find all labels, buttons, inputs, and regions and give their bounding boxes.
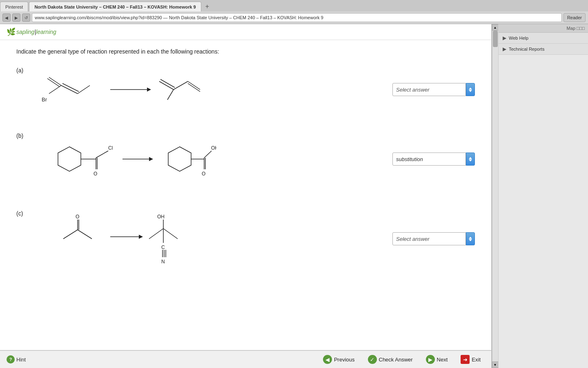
content-area: 🌿 sapling|learning Indicate the general … (0, 24, 492, 368)
svg-text:N: N (161, 259, 165, 265)
select-box-b[interactable]: substitution (392, 153, 466, 166)
answer-dropdown-c[interactable]: Select answer (392, 232, 475, 245)
tab-active[interactable]: North Dakota State University – CHEM 240… (29, 2, 201, 11)
svg-text:Br: Br (42, 96, 47, 103)
nav-back[interactable]: ◀ (2, 13, 11, 22)
exit-icon: ➜ (461, 355, 470, 364)
reaction-svg-b: O Cl O (29, 128, 216, 190)
check-icon: ✓ (368, 355, 377, 364)
arrow-up-icon-b (469, 157, 472, 159)
svg-text:Cl: Cl (108, 145, 113, 151)
svg-text:C: C (161, 245, 165, 250)
scroll-thumb[interactable] (493, 31, 498, 47)
sidebar-item-web-help[interactable]: ▶ Web Help (499, 33, 588, 44)
arrow-down-icon-c (469, 239, 472, 241)
part-label-a: (a) (16, 63, 29, 74)
scroll-down-button[interactable]: ▼ (492, 361, 499, 368)
chevron-right-icon-web-help: ▶ (503, 35, 506, 41)
previous-button[interactable]: ◀ Previous (319, 353, 359, 366)
svg-line-40 (149, 229, 163, 239)
sidebar-top: Map □□□ (499, 24, 588, 33)
browser-chrome: Pinterest North Dakota State University … (0, 0, 588, 24)
answer-dropdown-b[interactable]: substitution (392, 153, 475, 166)
reaction-svg-a: Br (29, 63, 208, 116)
svg-text:OH: OH (157, 214, 165, 220)
exit-button[interactable]: ➜ Exit (457, 353, 485, 366)
select-box-a[interactable]: Select answer (392, 83, 466, 96)
svg-marker-37 (139, 235, 143, 239)
svg-line-3 (47, 79, 60, 87)
arrow-up-icon-c (469, 237, 472, 239)
sidebar-item-technical-reports[interactable]: ▶ Technical Reports (499, 44, 588, 55)
svg-text:O: O (94, 171, 97, 177)
hint-button[interactable]: ? Hint (7, 355, 26, 364)
svg-marker-15 (58, 147, 81, 171)
select-wrapper-a[interactable]: Select answer (392, 83, 475, 96)
reaction-section-c: (c) O (16, 206, 475, 272)
scrollbar[interactable]: ▲ ▼ (492, 24, 498, 368)
svg-marker-8 (147, 88, 151, 92)
svg-line-13 (188, 83, 200, 92)
right-sidebar: Map □□□ ▶ Web Help ▶ Technical Reports (498, 24, 588, 368)
tab-pinterest[interactable]: Pinterest (0, 2, 28, 11)
previous-icon: ◀ (323, 355, 332, 364)
svg-text:O: O (202, 171, 205, 177)
reaction-svg-c: O OH (29, 206, 208, 272)
part-label-b: (b) (16, 128, 29, 139)
svg-text:O: O (76, 214, 79, 220)
select-arrows-b[interactable] (466, 153, 475, 166)
reader-button[interactable]: Reader (564, 13, 586, 22)
svg-text:OH: OH (211, 145, 216, 151)
tab-add-button[interactable]: + (202, 2, 212, 11)
chevron-right-icon-tech-reports: ▶ (503, 46, 506, 52)
svg-marker-24 (168, 147, 191, 171)
part-label-c: (c) (16, 206, 29, 217)
svg-line-2 (49, 77, 61, 85)
svg-line-6 (78, 85, 90, 94)
arrow-down-icon-b (469, 159, 472, 162)
question-title: Indicate the general type of reaction re… (16, 48, 475, 55)
reaction-section-a: (a) Br (16, 63, 475, 116)
scroll-track (492, 31, 498, 361)
select-box-c[interactable]: Select answer (392, 232, 466, 245)
logo-text: sapling|learning (16, 29, 56, 35)
bottom-bar: ? Hint ◀ Previous ✓ Check Answer ▶ Next … (0, 350, 491, 368)
logo-leaf-icon: 🌿 (7, 27, 16, 36)
main-layout: 🌿 sapling|learning Indicate the general … (0, 24, 588, 368)
next-icon: ▶ (426, 355, 435, 364)
nav-forward[interactable]: ▶ (12, 13, 20, 22)
address-box[interactable]: www.saplinglearning.com/ibiscms/mod/ibis… (32, 13, 562, 22)
check-answer-button[interactable]: ✓ Check Answer (364, 353, 417, 366)
nav-refresh[interactable]: ↺ (22, 13, 30, 22)
sapling-logo: 🌿 sapling|learning (7, 27, 56, 36)
select-arrows-c[interactable] (466, 232, 475, 245)
reaction-diagram-a: Br (29, 63, 384, 116)
address-bar-row: ◀ ▶ ↺ www.saplinglearning.com/ibiscms/mo… (0, 11, 588, 24)
svg-line-11 (174, 81, 188, 90)
svg-line-35 (78, 230, 92, 239)
arrow-up-icon-a (469, 88, 472, 90)
tab-bar: Pinterest North Dakota State University … (0, 0, 588, 11)
next-button[interactable]: ▶ Next (422, 353, 452, 366)
svg-marker-23 (149, 157, 153, 161)
svg-line-20 (96, 151, 108, 158)
svg-line-12 (188, 81, 200, 90)
reaction-section-b: (b) O Cl (16, 128, 475, 190)
svg-line-29 (204, 151, 212, 158)
select-wrapper-c[interactable]: Select answer (392, 232, 475, 245)
hint-icon: ? (7, 355, 15, 364)
svg-line-4 (49, 85, 61, 94)
svg-line-41 (163, 229, 178, 239)
answer-dropdown-a[interactable]: Select answer (392, 83, 475, 96)
svg-line-14 (167, 90, 174, 100)
reaction-diagram-b: O Cl O (29, 128, 384, 190)
scroll-up-button[interactable]: ▲ (492, 24, 499, 31)
question-area: Indicate the general type of reaction re… (0, 40, 491, 350)
arrow-down-icon-a (469, 90, 472, 92)
sapling-header: 🌿 sapling|learning (0, 24, 491, 40)
reaction-diagram-c: O OH (29, 206, 384, 272)
select-arrows-a[interactable] (466, 83, 475, 96)
svg-line-34 (63, 230, 78, 239)
select-wrapper-b[interactable]: substitution (392, 153, 475, 166)
